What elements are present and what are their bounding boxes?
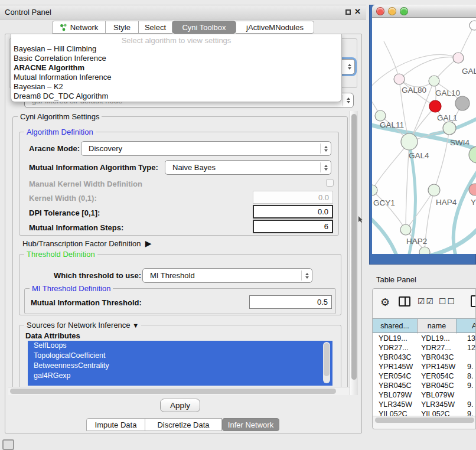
dropdown-item[interactable]: Bayesian – K2: [13, 82, 63, 92]
minimize-traffic-light[interactable]: [388, 7, 396, 15]
tab-discretize-data[interactable]: Discretize Data: [145, 418, 222, 431]
node-label: GAL10: [435, 89, 460, 97]
cell-shared-name: YBR043C: [379, 353, 412, 361]
aracne-mode-label: Aracne Mode:: [29, 144, 80, 153]
table-row[interactable]: YPR145WYPR145W9.: [373, 363, 476, 372]
hub-definition-toggle[interactable]: Hub/Transcription Factor Definition ▶: [22, 239, 151, 248]
control-panel-title: Control Panel: [5, 8, 51, 17]
cell-value: 9.: [467, 410, 473, 416]
network-icon: [60, 24, 67, 31]
table-hscrollbar[interactable]: [373, 416, 476, 423]
node-gcy1[interactable]: [372, 185, 377, 195]
mi-threshold-field[interactable]: 0.5: [249, 295, 332, 309]
cell-shared-name: YBR045C: [379, 381, 412, 390]
node-label: SWI4: [450, 138, 470, 147]
cell-shared-name: YLR345W: [379, 400, 412, 409]
group-title: Algorithm Definition: [24, 128, 96, 136]
node-gal2[interactable]: [453, 53, 464, 63]
network-canvas[interactable]: GAL GAL80 GAL10 GAL1 GAL11 SWI4 GAL4 GCY…: [372, 18, 476, 254]
tab-cyni-toolbox[interactable]: Cyni Toolbox: [172, 21, 236, 34]
group-title: MI Threshold Definition: [30, 284, 113, 293]
node-gal1-red[interactable]: [429, 100, 441, 112]
cell-value: 8.: [467, 372, 473, 380]
combo-divider: [301, 270, 302, 281]
checked-columns-icon[interactable]: ☑☑: [418, 296, 435, 306]
list-item[interactable]: TopologicalCoefficient: [28, 351, 332, 361]
node-partial-top[interactable]: [470, 21, 476, 30]
node-gray[interactable]: [455, 96, 470, 110]
node-partial-bottom[interactable]: [419, 247, 430, 254]
node-gal11[interactable]: [375, 110, 386, 121]
kernel-width-label: Kernel Width (0,1):: [29, 194, 97, 203]
aracne-mode-combo[interactable]: Discovery: [81, 141, 331, 156]
settings-hscrollbar-thumb[interactable]: [10, 389, 336, 394]
table-row[interactable]: YDR27...YDR27...12: [373, 344, 476, 353]
mi-threshold-label: Mutual Information Threshold:: [31, 298, 142, 307]
table-hscrollbar-thumb[interactable]: [375, 418, 474, 423]
stepper-icon: [348, 64, 351, 70]
node-hap4[interactable]: [428, 184, 440, 196]
manual-kernel-checkbox[interactable]: [326, 179, 334, 187]
tab-select[interactable]: Select: [138, 21, 172, 34]
chevron-down-icon[interactable]: ▼: [132, 322, 139, 329]
close-icon[interactable]: ✕: [354, 7, 361, 16]
table-row[interactable]: YER054CYER054C8.: [373, 372, 476, 381]
column-layout-icon[interactable]: [399, 296, 410, 306]
settings-hscrollbar[interactable]: [8, 387, 350, 395]
column-header-partial[interactable]: A: [457, 318, 476, 333]
settings-vscrollbar-thumb[interactable]: [351, 114, 357, 380]
floating-panel-dock-icon[interactable]: [2, 439, 14, 450]
tab-jactivemnodules[interactable]: jActiveMNodules: [236, 21, 314, 34]
tab-network[interactable]: Network: [52, 21, 106, 34]
close-traffic-light[interactable]: [376, 7, 384, 15]
settings-vscrollbar[interactable]: [350, 111, 358, 395]
dropdown-item[interactable]: Dream8 DC_TDC Algorithm: [13, 92, 108, 101]
float-panel-icon[interactable]: [345, 9, 351, 15]
dropdown-item[interactable]: Bayesian – Hill Climbing: [13, 44, 96, 54]
list-scrollbar[interactable]: [323, 342, 330, 383]
node-gal4[interactable]: [401, 133, 418, 150]
node-gal80[interactable]: [394, 74, 405, 84]
gear-icon[interactable]: ⚙: [380, 296, 390, 309]
unchecked-columns-icon[interactable]: ☐☐: [439, 296, 456, 306]
which-threshold-combo[interactable]: MI Threshold: [142, 268, 312, 283]
zoom-traffic-light[interactable]: [400, 7, 408, 15]
table-row[interactable]: YDL19...YDL19...13: [373, 334, 476, 344]
table-row[interactable]: YBR045CYBR045C9.: [373, 381, 476, 391]
node-label: HAP2: [406, 237, 427, 246]
column-header-name[interactable]: name: [418, 318, 457, 333]
dropdown-item[interactable]: Mutual Information Inference: [13, 73, 111, 82]
list-scrollbar-thumb[interactable]: [324, 343, 330, 376]
dpi-tolerance-field[interactable]: 0.0: [253, 205, 333, 219]
table-row[interactable]: YBR043CYBR043C: [373, 353, 476, 363]
cell-name: YDL19...: [421, 334, 450, 343]
new-table-icon[interactable]: [471, 295, 476, 307]
dropdown-item[interactable]: Basic Correlation Inference: [13, 54, 106, 63]
node-mid-green[interactable]: [443, 122, 456, 135]
tab-infer-network[interactable]: Infer Network: [222, 418, 279, 431]
apply-button[interactable]: Apply: [160, 399, 200, 412]
column-header-shared-name[interactable]: shared...: [373, 318, 418, 333]
mi-threshold-definition-group: MI Threshold Definition Mutual Informati…: [24, 288, 336, 314]
list-item[interactable]: BetweennessCentrality: [28, 361, 332, 371]
tab-style[interactable]: Style: [105, 21, 139, 34]
mi-steps-value: 6: [324, 222, 328, 231]
list-item[interactable]: SelfLoops: [28, 341, 332, 351]
node-swi4[interactable]: [469, 146, 476, 163]
node-hap2[interactable]: [400, 224, 411, 235]
cell-name: YBR045C: [421, 381, 454, 390]
table-row[interactable]: YBL079WYBL079W: [373, 391, 476, 400]
table-row[interactable]: YIL052CYIL052C9.: [373, 410, 476, 416]
table-toolbar: ⚙ ☑☑ ☐☐: [373, 289, 476, 317]
node-gal10[interactable]: [429, 76, 439, 86]
kernel-width-field[interactable]: 0.0: [253, 191, 333, 204]
mi-type-label: Mutual Information Algorithm Type:: [29, 163, 158, 172]
mi-steps-field[interactable]: 6: [253, 220, 333, 233]
tab-impute-data[interactable]: Impute Data: [86, 418, 145, 431]
list-item[interactable]: gal4RGexp: [28, 371, 332, 381]
mi-type-combo[interactable]: Naive Bayes: [165, 160, 331, 175]
cell-name: YDR27...: [421, 344, 451, 352]
table-row[interactable]: YLR345WYLR345W9.: [373, 400, 476, 410]
dropdown-item-selected[interactable]: ARACNE Algorithm: [13, 63, 84, 73]
tab-label: Select: [145, 23, 166, 32]
